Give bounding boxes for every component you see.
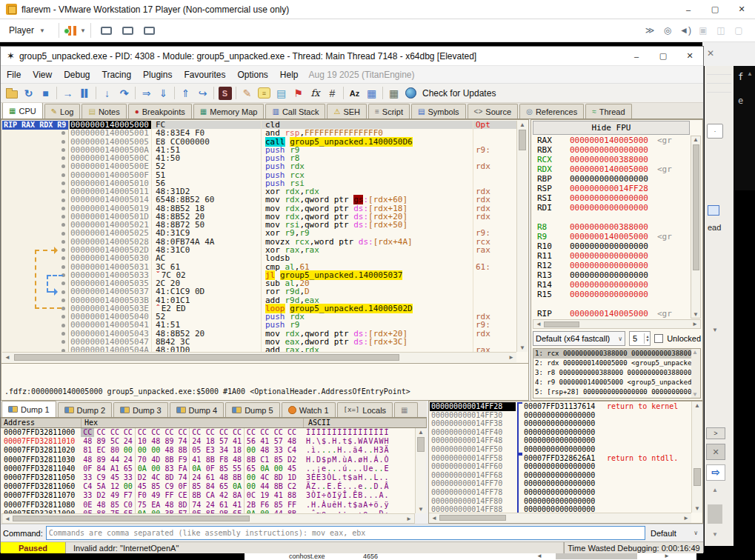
comments-icon[interactable]: ≡ [256,85,273,101]
favourites-icon[interactable]: ⚑ [290,85,307,101]
stack-row[interactable]: 000000000014FF800000000000000000 [430,497,691,506]
stack-row[interactable]: 000000000014FF680000000000000000 [430,471,691,480]
tab-thread[interactable]: ≈Thread [585,104,631,119]
argument-row[interactable]: 3: r8 0000000000388000 0000000000388000 [533,368,700,378]
tab-dump-1[interactable]: Dump 1 [1,401,56,417]
calculator-icon[interactable]: ▦ [385,85,402,101]
labels-icon[interactable]: ▤ [273,85,290,101]
menu-debug[interactable]: Debug [58,67,96,83]
calling-convention-select[interactable]: Default (x64 fastcall) ∨ [533,331,625,346]
unlocked-checkbox[interactable] [654,334,663,343]
menu-favourites[interactable]: Favourites [178,67,231,83]
dump-horizontal-scrollbar[interactable]: ◄ ► [1,513,415,524]
menu-help[interactable]: Help [274,67,305,83]
registers-panel[interactable]: Hide FPU RAX0000000140005000<grRBX000000… [531,119,703,401]
stack-row[interactable]: 000000000014FF2800007FFD31137614return t… [430,402,691,411]
x64dbg-minimize-button[interactable]: – [623,47,650,65]
hide-fpu-button[interactable]: Hide FPU [533,121,690,135]
dump-vertical-scrollbar[interactable]: ▲ ▼ [415,428,426,513]
register-row[interactable]: R150000000000000000 [533,290,690,299]
tab-notes[interactable]: ▤Notes [82,104,126,119]
x64dbg-close-button[interactable]: ✕ [676,47,703,65]
dump-row[interactable]: 00007FFD3281101048895C241048897424185741… [1,437,415,446]
tab-cpu[interactable]: ▦CPU [2,103,43,119]
chevron-down-icon[interactable]: ▼ [80,27,86,34]
register-row[interactable]: R100000000000000000 [533,241,690,251]
register-row[interactable]: RSI0000000000000000 [533,193,690,203]
open-file-icon[interactable] [3,85,20,101]
stack-row[interactable]: 000000000014FF780000000000000000 [430,488,691,497]
arguments-scrollbar[interactable]: ▲ ▼ [691,349,700,398]
step-into-icon[interactable]: ↓ [99,85,116,101]
tab-breakpoints[interactable]: ●Breakpoints [128,104,192,119]
tab-script[interactable]: ≡Script [368,104,410,119]
dump-row[interactable]: 00007FFD3281103048894424704D8BF9418BF848… [1,456,415,464]
tab-watch-1[interactable]: Watch 1 [282,402,336,417]
trace-over-icon[interactable]: ⇓ [155,85,172,101]
register-row[interactable]: RSP000000000014FF28 [533,184,690,193]
stack-row[interactable]: 000000000014FF600000000000000000 [430,462,691,471]
dump-row[interactable]: 00007FFD3281107033D249F7F049FFCE8BCA428A… [1,491,415,500]
tab-dump-5[interactable]: Dump 5 [225,402,280,417]
x64dbg-maximize-button[interactable]: ▢ [650,47,676,65]
stack-vertical-scrollbar[interactable]: ▲ ▼ [691,401,702,513]
register-row[interactable]: RCX0000000000388000 [533,155,690,164]
menu-file[interactable]: File [1,67,27,83]
stack-row[interactable]: 000000000014FF5800007FFD328626A1return t… [430,454,691,463]
update-globe-icon[interactable] [402,85,419,101]
argument-count-spinner[interactable]: 5 ▲▼ [629,331,651,346]
registers-vertical-scrollbar[interactable]: ▲ ▼ [691,136,701,319]
vm-unity-button[interactable] [144,27,155,35]
argument-row[interactable]: 1: rcx 0000000000388000 0000000000388000 [533,349,700,359]
register-row[interactable]: RDX0000000140005000<gr [533,164,690,174]
execute-till-return-icon[interactable]: ⇑ [177,85,194,101]
run-to-user-code-icon[interactable]: ↪ [194,85,211,101]
font-size-icon[interactable]: Az [346,85,363,101]
argument-row[interactable]: 4: r9 0000000140005000 <group5_unpacked.… [533,378,700,387]
stack-rows[interactable]: 000000000014FF2800007FFD31137614return t… [430,402,691,514]
disasm-vertical-scrollbar[interactable]: ▲ ▼ [516,121,528,352]
stack-row[interactable]: 000000000014FF400000000000000000 [430,428,691,437]
register-row[interactable]: R90000000140005000<gr [533,232,690,241]
dump-row[interactable]: 00007FFD32811000CCCCCCCCCCCCCCCCCCCCCCCC… [1,428,415,437]
pause-icon[interactable]: ▌▌ [76,85,93,101]
settings-icon[interactable]: ▢ [730,23,748,38]
vm-fullscreen-button[interactable] [122,27,133,35]
run-icon[interactable]: → [59,85,76,101]
tab-call-stack[interactable]: ▥Call Stack [265,104,325,119]
sound-device-icon[interactable]: ◄) [676,23,694,38]
patches-icon[interactable]: ✎ [239,85,256,101]
step-over-icon[interactable]: ↷ [116,85,133,101]
tab-references[interactable]: ◎References [519,104,584,119]
register-row[interactable]: R80000000000388000 [533,222,690,232]
send-ctrl-alt-del-button[interactable] [101,27,112,35]
menu-plugins[interactable]: Plugins [137,67,178,83]
stack-row[interactable]: 000000000014FF300000000000000000 [430,411,691,420]
tab-dump-4[interactable]: Dump 4 [170,402,224,417]
dump-rows[interactable]: 00007FFD32811000CCCCCCCCCCCCCCCCCCCCCCCC… [1,428,415,513]
stack-row[interactable]: 000000000014FF380000000000000000 [430,419,691,428]
register-row[interactable]: RBP0000000000000000 [533,174,690,184]
fullscreen-icon[interactable]: ▣ [694,23,712,38]
assembler-icon[interactable]: ▦ [363,85,380,101]
unity-mode-icon[interactable]: ◫ [712,23,730,38]
call-arguments-list[interactable]: 1: rcx 0000000000388000 0000000000388000… [533,348,701,399]
stack-row[interactable]: 000000000014FF500000000000000000 [430,445,691,454]
hash-icon[interactable]: # [324,85,341,101]
stop-icon[interactable]: ■ [37,85,54,101]
tab-log[interactable]: ✎Log [44,104,81,119]
menu-options[interactable]: Options [231,67,273,83]
menu-tracing[interactable]: Tracing [96,67,138,83]
network-device-icon[interactable] [64,29,68,33]
dump-row[interactable]: 00007FFD328110400F84A1650A0083FA0A0F8555… [1,464,415,473]
dump-row[interactable]: 00007FFD328110800E4885C075EA488D74246141… [1,501,415,510]
argument-row[interactable]: 5: [rsp+28] 0000000000000000 00000000000… [533,387,700,397]
argument-row[interactable]: 2: rdx 0000000140005000 <group5_unpacked… [533,359,700,368]
tab-source[interactable]: <>Source [468,104,519,119]
restart-icon[interactable]: ↻ [20,85,37,101]
vmware-close-button[interactable]: ✕ [728,0,755,19]
vmware-minimize-button[interactable]: – [675,0,702,19]
register-row[interactable]: RDI0000000000000000 [533,203,690,213]
register-row[interactable]: RAX0000000140005000<gr [533,136,690,145]
registers-horizontal-scrollbar[interactable]: ◄ ► [533,319,701,329]
